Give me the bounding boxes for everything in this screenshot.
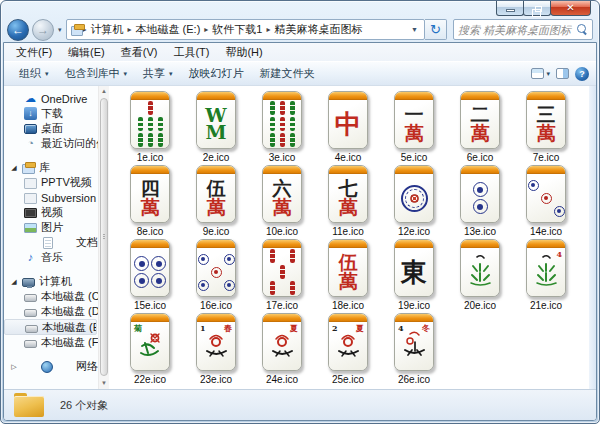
sidebar-item-disk-d[interactable]: 本地磁盘 (D:) [4, 304, 98, 319]
toolbar-button[interactable]: 新建文件夹 [252, 64, 323, 83]
file-item[interactable]: 4冬26e.ico [381, 312, 447, 386]
file-list-area: 1e.icoWM2e.ico3e.ico中4e.ico一萬5e.ico二萬6e.… [109, 86, 589, 389]
sidebar-item-pictures[interactable]: 图片 [4, 220, 98, 235]
bamboo-stick-icon [280, 265, 285, 279]
scroll-down-icon[interactable]: ▼ [99, 378, 109, 389]
address-dropdown-icon[interactable]: ▼ [409, 26, 420, 33]
sidebar-item-documents[interactable]: 文档 [4, 235, 98, 250]
file-item[interactable]: 1e.ico [117, 90, 183, 164]
file-item[interactable]: 四萬8e.ico [117, 164, 183, 238]
toolbar-button[interactable]: 共享▾ [135, 64, 181, 83]
search-input[interactable] [458, 24, 577, 36]
file-item[interactable]: 東19e.ico [381, 238, 447, 312]
sidebar-item-subversion[interactable]: Subversion [4, 190, 98, 205]
file-item[interactable]: 六萬10e.ico [249, 164, 315, 238]
toolbar-button[interactable]: 放映幻灯片 [181, 64, 252, 83]
forward-button[interactable]: → [32, 19, 54, 41]
title-bar[interactable]: ✕ [1, 1, 599, 17]
breadcrumb-segment[interactable]: 软件下载1 [208, 22, 266, 37]
tile-character: 東 [401, 259, 427, 285]
file-item[interactable]: 三萬7e.ico [513, 90, 579, 164]
sidebar-item-downloads[interactable]: ↓下载 [4, 106, 98, 121]
file-item[interactable]: 中4e.ico [315, 90, 381, 164]
file-item[interactable]: 17e.ico [249, 238, 315, 312]
file-item[interactable]: 夏24e.ico [249, 312, 315, 386]
back-button[interactable]: ← [7, 19, 29, 41]
breadcrumb-segment[interactable]: 精美麻将桌面图标 [270, 22, 366, 37]
sidebar-item-videos[interactable]: 视频 [4, 205, 98, 220]
file-item[interactable]: 12e.ico [381, 164, 447, 238]
mahjong-tile-icon [130, 91, 170, 149]
file-item[interactable]: 3e.ico [249, 90, 315, 164]
change-view-button[interactable]: ▾ [531, 68, 550, 79]
downloads-icon: ↓ [24, 107, 37, 120]
sidebar-scrollbar[interactable]: ▲ ▼ [98, 86, 109, 389]
tile-face: 伍萬 [197, 174, 235, 222]
tile-corner-mark: 4 [556, 250, 562, 258]
sidebar-item-libraries[interactable]: ◢库 [4, 160, 98, 175]
file-item[interactable]: 伍萬9e.ico [183, 164, 249, 238]
tile-corner-mark: 1 [200, 324, 206, 332]
tile-corner-mark: 菊 [134, 324, 142, 332]
sidebar-item-disk-e[interactable]: 本地磁盘 (E:) [4, 319, 97, 335]
file-item[interactable]: 15e.ico [117, 238, 183, 312]
minimize-button[interactable] [496, 1, 524, 16]
file-item[interactable]: 16e.ico [183, 238, 249, 312]
file-item[interactable]: 14e.ico [513, 164, 579, 238]
expander-icon[interactable]: ▷ [10, 363, 18, 371]
close-button[interactable]: ✕ [550, 1, 591, 16]
toolbar-button[interactable]: 组织▾ [11, 64, 57, 83]
sidebar-item-onedrive[interactable]: ☁OneDrive [4, 91, 98, 106]
bamboo-stick-icon [148, 133, 153, 147]
breadcrumb-segment[interactable]: 本地磁盘 (E:) [132, 22, 205, 37]
status-bar: 26 个对象 [4, 389, 596, 420]
sidebar-item-label: 下载 [41, 106, 63, 121]
views-dropdown-icon: ▾ [546, 70, 550, 78]
file-item[interactable]: 二萬6e.ico [447, 90, 513, 164]
sidebar-item-disk-c[interactable]: 本地磁盘 (C:) [4, 289, 98, 304]
file-item[interactable]: 一萬5e.ico [381, 90, 447, 164]
file-item[interactable]: WM2e.ico [183, 90, 249, 164]
dot-icon [541, 193, 552, 204]
mahjong-tile-icon [196, 239, 236, 297]
menu-item[interactable]: 查看(V) [113, 44, 166, 61]
menu-item[interactable]: 帮助(H) [217, 44, 270, 61]
toolbar-button[interactable]: 包含到库中▾ [57, 64, 136, 83]
file-item[interactable]: 2夏25e.ico [315, 312, 381, 386]
refresh-button[interactable]: ↻ [425, 19, 447, 40]
file-item[interactable]: 菊22e.ico [117, 312, 183, 386]
file-label: 13e.ico [464, 226, 496, 237]
file-item[interactable]: 伍萬18e.ico [315, 238, 381, 312]
file-item[interactable]: 13e.ico [447, 164, 513, 238]
file-item[interactable]: 421e.ico [513, 238, 579, 312]
expander-icon[interactable]: ◢ [10, 164, 18, 172]
help-button[interactable]: ? [575, 67, 589, 81]
file-item[interactable]: 20e.ico [447, 238, 513, 312]
sidebar-scrollbar-thumb[interactable] [100, 98, 108, 376]
mahjong-tile-icon: 三萬 [526, 91, 566, 149]
sidebar-item-label: 本地磁盘 (C:) [41, 289, 98, 304]
expander-icon[interactable]: ◢ [10, 278, 18, 286]
breadcrumb-segment[interactable]: 计算机 [87, 22, 128, 37]
restore-icon [535, 6, 542, 12]
tile-face [131, 100, 169, 148]
menu-item[interactable]: 文件(F) [8, 44, 60, 61]
sidebar-item-computer[interactable]: ◢计算机 [4, 274, 98, 289]
sidebar-item-music[interactable]: ♪音乐 [4, 250, 98, 265]
scroll-up-icon[interactable]: ▲ [99, 86, 109, 97]
sidebar-item-pptv-video[interactable]: PPTV视频 [4, 175, 98, 190]
nav-history-dropdown-icon[interactable]: ▾ [58, 26, 62, 34]
menu-item[interactable]: 工具(T) [165, 44, 217, 61]
sidebar-item-recent-places[interactable]: ◔最近访问的位置 [4, 136, 98, 151]
sidebar-item-network[interactable]: ▷网络 [4, 359, 98, 374]
preview-pane-button[interactable] [556, 68, 569, 79]
file-item[interactable]: 1春23e.ico [183, 312, 249, 386]
dot-icon [151, 273, 166, 288]
restore-button[interactable] [523, 1, 551, 16]
sidebar-item-disk-f[interactable]: 本地磁盘 (F:) [4, 335, 98, 350]
sidebar-item-desktop[interactable]: 桌面 [4, 121, 98, 136]
menu-item[interactable]: 编辑(E) [60, 44, 113, 61]
address-bar[interactable]: ▸计算机▸本地磁盘 (E:)▸软件下载1▸精美麻将桌面图标 ▼ [66, 19, 425, 40]
file-item[interactable]: 七萬11e.ico [315, 164, 381, 238]
file-label: 26e.ico [398, 374, 430, 385]
